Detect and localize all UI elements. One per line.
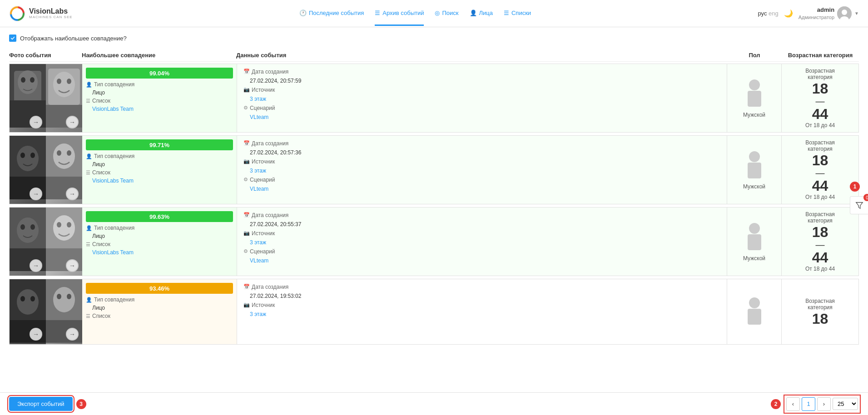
nav-lists[interactable]: ☰ Списки [504,1,531,26]
svg-point-0 [10,6,25,21]
checkbox-label: Отображать наибольшее совпадение? [20,35,127,42]
svg-point-19 [17,146,39,171]
age-bottom: 44 [812,107,828,121]
logo-text: VisionLabs MACHINES CAN SEE [29,7,73,19]
logo[interactable]: VisionLabs MACHINES CAN SEE [9,5,73,22]
user-menu[interactable]: admin Администратор ▼ [799,6,859,21]
col-data-header: Данные события [236,52,727,59]
match-list-row: ☰ Список [86,98,233,104]
gender-cell: Мужской [727,208,781,276]
match-bar-fill: 99.63% [86,211,233,222]
list-icon: ☰ [86,170,90,176]
age-cell: Возрастнаякатегория 18 — 44 От 18 до 44 [781,208,858,276]
svg-rect-17 [748,91,761,107]
match-info-cell: 99.71% 👤 Тип совпадения Лицо ☰ Список [82,136,237,204]
photo-arrow-1[interactable]: → [30,116,42,128]
svg-point-13 [57,79,61,84]
event-photo-right[interactable]: → [46,208,82,276]
photo-arrow-2[interactable]: → [30,188,42,200]
match-type-icon: 👤 [86,225,92,231]
svg-point-8 [30,77,35,83]
list-value[interactable]: VisionLabs Team [92,106,134,112]
user-avatar[interactable] [837,6,852,21]
match-arrow-1[interactable]: → [66,116,79,128]
table-row: → → [9,64,859,133]
event-photo-left[interactable]: → [10,279,46,344]
match-type-icon: 👤 [86,153,92,159]
event-photo-left[interactable]: → [10,136,46,204]
gender-label: Мужской [743,112,765,118]
match-info-cell: 93.46% 👤 Тип совпадения Лицо ☰ Список [82,279,237,344]
header-right: рус eng 🌙 admin Администратор ▼ [758,6,859,21]
event-photo-right[interactable]: → [46,64,82,132]
date-value: 27.02.2024, 20:57:59 [250,78,301,84]
svg-point-50 [67,294,71,299]
lang-rus[interactable]: рус [758,10,767,17]
event-data: 📅 Дата создания 27.02.2024, 19:53:02 📷 И… [237,279,727,344]
match-type-value-row: Лицо [86,89,233,96]
match-bar-fill: 99.71% [86,139,233,150]
svg-point-38 [67,222,71,227]
svg-point-14 [67,79,71,84]
svg-point-26 [67,150,71,156]
logo-sub: MACHINES CAN SEE [29,15,73,20]
match-arrow-3[interactable]: → [66,259,79,272]
col-gender-header: Пол [727,52,782,59]
photo-arrow-4[interactable]: → [30,328,42,341]
match-type-icon: 👤 [86,297,92,303]
scenario-value[interactable]: VLteam [250,114,268,120]
list-value[interactable]: VisionLabs Team [92,178,134,184]
source-value[interactable]: 3 этаж [250,96,266,102]
checkmark-icon [10,36,15,40]
calendar-icon: 📅 [243,69,250,74]
nav-recent[interactable]: 🕐 Последние события [299,1,364,26]
theme-toggle-icon[interactable]: 🌙 [784,9,793,18]
table-row: → → 99.63% [9,207,859,276]
gender-cell: Мужской [727,136,781,204]
camera-icon: 📷 [243,87,250,93]
svg-point-16 [749,79,760,90]
age-dash: — [816,97,825,106]
filter-sidebar: 1 0 [850,182,868,214]
table-row: → → 99.71% [9,135,859,204]
header: VisionLabs MACHINES CAN SEE 🕐 Последние … [0,0,868,27]
event-photo-left[interactable]: → [10,208,46,276]
event-photo-right[interactable]: → [46,136,82,204]
scenario-icon: ⚙ [243,248,248,254]
match-type-label: Тип совпадения [94,81,134,88]
lang-eng[interactable]: eng [769,10,779,17]
svg-point-40 [749,223,760,234]
svg-point-52 [749,297,760,308]
svg-point-49 [57,294,61,299]
list-icon: ☰ [86,242,90,247]
match-details: 👤 Тип совпадения Лицо ☰ Список VisionLab… [86,153,233,184]
nav-lists-label: Списки [511,10,531,16]
age-top: 18 [812,81,828,96]
match-arrow-4[interactable]: → [66,328,79,341]
age-range: От 18 до 44 [805,122,835,128]
svg-point-12 [53,72,75,97]
event-data: 📅 Дата создания 27.02.2024, 20:57:36 📷 И… [237,136,727,204]
nav-search[interactable]: ◎ Поиск [435,1,458,26]
col-photo-header: Фото события [9,52,82,59]
list-value[interactable]: VisionLabs Team [92,249,134,256]
event-photo-left[interactable]: → [10,64,46,132]
list-icon: ☰ [86,313,90,319]
main-content: Отображать наибольшее совпадение? Фото с… [0,27,868,375]
event-photo-right[interactable]: → [46,279,82,344]
filter-button[interactable]: 0 [850,196,868,214]
match-percent: 93.46% [149,285,169,292]
match-type-row: 👤 Тип совпадения [86,81,233,88]
calendar-icon: 📅 [243,140,250,146]
show-best-match-checkbox[interactable] [9,35,16,42]
svg-rect-29 [748,163,761,178]
nav-archive[interactable]: ☰ Архив событий [375,1,424,26]
language-switcher[interactable]: рус eng [758,10,778,17]
calendar-icon: 📅 [243,212,250,218]
gender-icon [743,150,766,182]
event-photos: → → [10,279,82,344]
nav-faces[interactable]: 👤 Лица [470,1,493,26]
photo-arrow-3[interactable]: → [30,259,42,272]
events-list: → → [9,64,859,347]
match-arrow-2[interactable]: → [66,188,79,200]
